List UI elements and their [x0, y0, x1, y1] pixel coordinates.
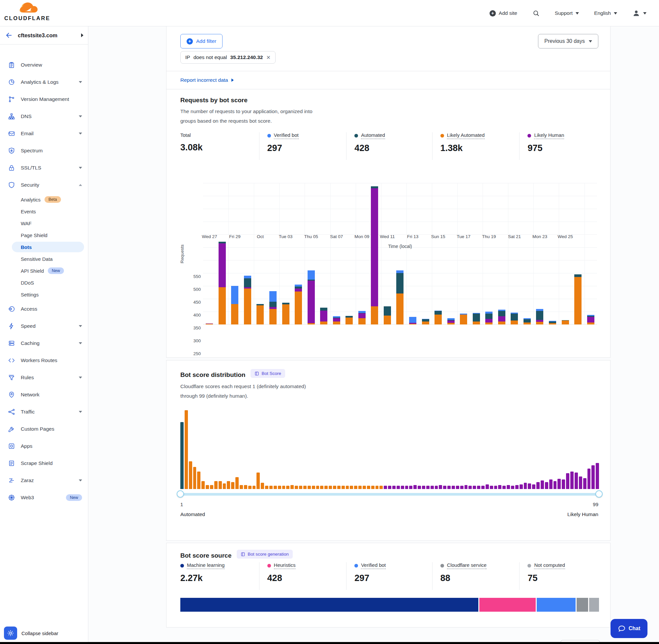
- chevron-down-icon: [79, 133, 82, 135]
- slider-handle-max[interactable]: [595, 490, 603, 498]
- sidebar-item-label: Events: [21, 209, 36, 214]
- histogram-bar: [303, 486, 307, 489]
- support-menu[interactable]: Support: [555, 10, 579, 16]
- sidebar-item-api-shield[interactable]: API ShieldNew: [0, 265, 88, 277]
- sidebar-item-web3[interactable]: Web3New: [0, 489, 88, 506]
- stat-cloudflare-service: Cloudflare service88: [432, 562, 520, 590]
- histogram-bar: [337, 486, 340, 489]
- date-range-dropdown[interactable]: Previous 30 days: [538, 34, 598, 48]
- chevron-down-icon: [79, 376, 82, 378]
- sidebar-item-spectrum[interactable]: Spectrum: [0, 142, 88, 159]
- histogram-bar: [316, 486, 320, 489]
- chevron-right-icon: [231, 78, 234, 82]
- score-range-slider[interactable]: [180, 493, 599, 496]
- sidebar-item-access[interactable]: Access: [0, 300, 88, 318]
- sidebar-item-custom-pages[interactable]: Custom Pages: [0, 420, 88, 438]
- sidebar-item-sensitive-data[interactable]: Sensitive Data: [0, 253, 88, 265]
- stat-machine-learning: Machine learning2.27k: [180, 562, 259, 590]
- slider-handle-min[interactable]: [177, 490, 184, 498]
- sidebar-item-caching[interactable]: Caching: [0, 335, 88, 352]
- sidebar-item-network[interactable]: Network: [0, 386, 88, 403]
- card-title: Bot score distribution: [180, 371, 245, 378]
- chevron-right-icon[interactable]: [81, 33, 84, 37]
- histogram-bar: [342, 486, 345, 489]
- histogram-bar: [214, 481, 217, 489]
- sidebar-item-analytics-logs[interactable]: Analytics & Logs: [0, 73, 88, 91]
- sidebar-item-traffic[interactable]: Traffic: [0, 403, 88, 420]
- chart-bar: [574, 183, 582, 324]
- language-menu[interactable]: English: [594, 10, 617, 16]
- filter-chip[interactable]: IP does not equal 35.212.240.32 ✕: [180, 51, 276, 64]
- chevron-down-icon: [575, 12, 579, 15]
- sidebar-item-ddos[interactable]: DDoS: [0, 277, 88, 289]
- close-icon[interactable]: ✕: [266, 54, 270, 61]
- chart-bar: [244, 183, 251, 324]
- histogram-bar: [430, 486, 434, 489]
- account-menu[interactable]: [632, 9, 646, 17]
- sidebar-item-speed[interactable]: Speed: [0, 318, 88, 335]
- stat-total: Total3.08k: [180, 132, 259, 160]
- add-filter-button[interactable]: + Add filter: [180, 34, 222, 48]
- collapse-sidebar-button[interactable]: Collapse sidebar: [21, 630, 58, 636]
- filter-field: IP: [185, 54, 190, 60]
- back-arrow-icon[interactable]: [5, 31, 13, 39]
- report-incorrect-data-link[interactable]: Report incorrect data: [180, 77, 234, 83]
- slider-max-value: 99: [593, 502, 598, 507]
- sidebar-item-version-management[interactable]: Version Management: [0, 91, 88, 108]
- sidebar-item-events[interactable]: Events: [0, 205, 88, 217]
- sidebar-item-page-shield[interactable]: Page Shield: [0, 229, 88, 241]
- source-segment-verified-bot: [537, 598, 576, 612]
- preferences-button[interactable]: [4, 626, 17, 640]
- sidebar-item-label: DDoS: [21, 280, 34, 285]
- stat-not-computed: Not computed75: [519, 562, 598, 590]
- legend-dot: [267, 564, 271, 568]
- sidebar-item-settings[interactable]: Settings: [0, 289, 88, 300]
- bot-score-badge[interactable]: Bot Score: [251, 369, 285, 378]
- histogram-bar: [308, 486, 311, 489]
- sidebar-item-rules[interactable]: Rules: [0, 369, 88, 386]
- book-icon: [255, 371, 259, 376]
- traffic-icon: [8, 408, 15, 415]
- bot-score-histogram: [180, 409, 599, 489]
- histogram-bar: [591, 465, 595, 489]
- sidebar-item-scrape-shield[interactable]: Scrape Shield: [0, 455, 88, 472]
- stat-label: Likely Human: [534, 132, 564, 139]
- sidebar-item-ssl-tls[interactable]: SSL/TLS: [0, 159, 88, 177]
- histogram-bar: [520, 484, 523, 489]
- histogram-bar: [185, 410, 188, 489]
- histogram-bar: [545, 482, 548, 489]
- requests-chart: Requests 0501001502002503003504004505005…: [166, 183, 611, 324]
- sidebar-item-email[interactable]: Email: [0, 125, 88, 142]
- sidebar-item-overview[interactable]: Overview: [0, 56, 88, 73]
- sidebar-item-workers-routes[interactable]: Workers Routes: [0, 352, 88, 369]
- histogram-bar: [494, 486, 497, 489]
- chart-bar: [473, 183, 480, 324]
- cloudflare-logo[interactable]: CLOUDFLARE: [4, 1, 44, 24]
- sidebar-item-dns[interactable]: DNS: [0, 108, 88, 125]
- chart-bar: [485, 183, 493, 324]
- histogram-bar: [477, 486, 480, 489]
- sidebar-item-security[interactable]: Security: [0, 177, 88, 193]
- chart-bar: [549, 183, 556, 324]
- chat-button[interactable]: Chat: [611, 619, 648, 638]
- bot-score-generation-badge[interactable]: Bot score generation: [237, 550, 293, 558]
- add-site-button[interactable]: + Add site: [490, 10, 517, 17]
- histogram-bar: [502, 486, 506, 489]
- version-icon: [8, 96, 15, 103]
- plus-icon: +: [187, 38, 193, 45]
- sidebar-item-waf[interactable]: WAF: [0, 217, 88, 229]
- search-icon[interactable]: [533, 9, 540, 17]
- chat-label: Chat: [629, 625, 640, 631]
- sidebar-item-analytics[interactable]: AnalyticsBeta: [0, 193, 88, 205]
- chevron-down-icon: [589, 40, 592, 43]
- sidebar-item-apps[interactable]: Apps: [0, 438, 88, 455]
- chevron-up-icon: [79, 184, 82, 186]
- chart-bar: [333, 183, 340, 324]
- sidebar-item-zaraz[interactable]: Zaraz: [0, 472, 88, 489]
- histogram-bar: [418, 486, 421, 489]
- histogram-bar: [511, 486, 514, 489]
- histogram-bar: [257, 473, 260, 489]
- sidebar-item-bots[interactable]: Bots: [0, 241, 88, 253]
- chart-bar: [523, 183, 531, 324]
- sidebar-item-label: Overview: [21, 62, 82, 68]
